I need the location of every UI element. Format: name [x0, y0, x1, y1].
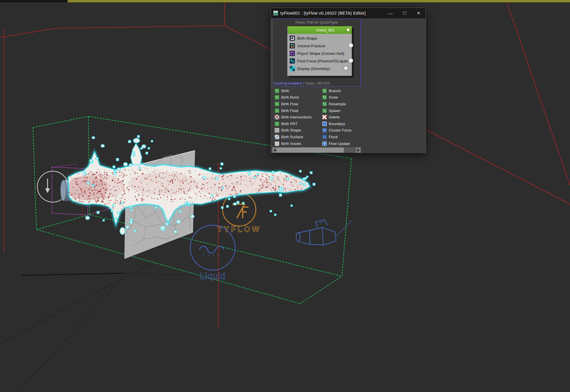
scroll-left-arrow[interactable] [272, 147, 277, 153]
tyflow-watermark-text: TYFLOW [217, 225, 261, 234]
birth-icon [275, 89, 279, 93]
scroll-right-arrow[interactable] [356, 147, 361, 153]
caching-toggle[interactable]: Caching enabled [273, 81, 302, 85]
event-name: Event_001 [305, 28, 334, 32]
maximize-button[interactable]: □ [398, 8, 412, 18]
depot-item-branch[interactable]: Branch [322, 88, 360, 94]
branch-icon [322, 89, 327, 93]
depot-column-right: Branch Grow Resample Spawn Delete Bounda… [322, 88, 360, 147]
depot-item-birth-fluid[interactable]: Birth Fluid [275, 107, 321, 114]
depot-item-birth[interactable]: Birth [275, 88, 321, 94]
flock-icon [322, 135, 327, 139]
top-toolbar-accent [68, 0, 570, 2]
birth-voxels-icon [275, 141, 279, 146]
quicktype-hint: Press TAB for QuickType [272, 20, 361, 24]
fluid-force-icon [290, 58, 295, 64]
grow-icon [322, 95, 327, 99]
static-status: | Static: NEVER [303, 81, 330, 85]
event-light-icon[interactable] [346, 28, 350, 32]
depot-item-spawn[interactable]: Spawn [322, 107, 360, 114]
close-button[interactable]: ✕ [412, 8, 426, 18]
depot-item-delete[interactable]: Delete [322, 114, 360, 120]
operator-label: Fluid Force (PhoenixFDLiquid... [297, 59, 351, 63]
operator-label: PhysX Shape (Convex Hull) [297, 51, 344, 56]
depot-item-birth-burst[interactable]: Birth Burst [275, 94, 321, 101]
depot-item-cluster-force[interactable]: Cluster Force [322, 127, 360, 134]
window-titlebar[interactable]: tyFlow001 : [tyFlow v0,16022 (BETA) Edit… [271, 8, 426, 18]
fluid-force-output-socket[interactable] [348, 58, 353, 63]
birth-intersections-icon [275, 115, 279, 119]
top-toolbar-strip [0, 0, 570, 2]
scroll-thumb[interactable] [277, 148, 344, 153]
liquid-watermark-text: Liquid [200, 271, 226, 281]
voronoi-output-socket[interactable] [348, 43, 353, 48]
cluster-force-icon [322, 128, 327, 132]
birth-prt-icon [275, 122, 279, 126]
depot-horizontal-scrollbar[interactable] [272, 147, 361, 153]
window-title: tyFlow001 : [tyFlow v0,16022 (BETA) Edit… [280, 11, 366, 15]
operator-voronoi-fracture[interactable]: Voronoi Fracture [287, 42, 352, 50]
event-editor-panel[interactable]: Press TAB for QuickType Event_001 Birth … [272, 19, 361, 87]
cache-status: Caching enabled| Static: NEVER [273, 81, 330, 85]
birth-fluid-icon [275, 108, 279, 113]
flow-update-icon [322, 141, 327, 146]
depot-item-birth-prt[interactable]: Birth PRT [275, 120, 321, 127]
depot-item-grow[interactable]: Grow [322, 94, 360, 101]
operator-birth-shape[interactable]: Birth Shape [287, 34, 352, 42]
operator-fluid-force[interactable]: Fluid Force (PhoenixFDLiquid... [287, 57, 352, 65]
physx-shape-icon [290, 51, 295, 56]
voronoi-fracture-icon [290, 43, 295, 48]
resample-icon [322, 102, 327, 106]
tyflow-editor-window: tyFlow001 : [tyFlow v0,16022 (BETA) Edit… [271, 8, 426, 153]
event-node-body: Birth Shape Voronoi Fracture PhysX Shape… [287, 34, 352, 76]
operator-label: Voronoi Fracture [297, 44, 325, 48]
depot-item-birth-intersections[interactable]: Birth Intersections [275, 114, 321, 120]
boundary-icon [322, 122, 327, 126]
spawn-icon [322, 108, 327, 113]
operator-label: Display (Geometry) [297, 66, 330, 71]
depot-item-birth-flow[interactable]: Birth Flow [275, 101, 321, 107]
depot-item-resample[interactable]: Resample [322, 101, 360, 107]
depot-item-birth-voxels[interactable]: Birth Voxels [275, 140, 321, 147]
depot-item-flow-update[interactable]: Flow Update [322, 140, 360, 147]
delete-icon [322, 115, 327, 119]
depot-item-birth-shape[interactable]: Birth Shape [275, 127, 321, 134]
depot-column-left: Birth Birth Burst Birth Flow Birth Fluid… [275, 88, 321, 147]
operator-display-geometry[interactable]: Display (Geometry) [287, 65, 352, 72]
birth-burst-icon [275, 95, 279, 99]
operator-physx-shape[interactable]: PhysX Shape (Convex Hull) [287, 50, 352, 57]
depot-item-birth-surface[interactable]: Birth Surface [275, 134, 321, 140]
display-output-socket[interactable] [344, 66, 348, 70]
birth-shape-icon [275, 128, 279, 132]
event-node-header[interactable]: Event_001 [287, 26, 352, 34]
birth-surface-icon [275, 135, 279, 139]
birth-shape-icon [290, 36, 295, 41]
liquid-tap-object[interactable] [296, 220, 352, 245]
tyflow-monogram [232, 204, 249, 218]
depot-item-boundary[interactable]: Boundary [322, 120, 360, 127]
window-icon [273, 11, 278, 15]
display-geometry-icon [290, 66, 295, 71]
minimize-button[interactable]: — [384, 8, 398, 18]
birth-flow-icon [275, 102, 279, 106]
event-node[interactable]: Event_001 Birth Shape Voronoi Fracture P… [287, 26, 352, 76]
operator-label: Birth Shape [297, 36, 317, 41]
operator-depot: Birth Birth Burst Birth Flow Birth Fluid… [272, 88, 361, 147]
depot-item-flock[interactable]: Flock [322, 134, 360, 140]
home-grid [0, 264, 230, 392]
